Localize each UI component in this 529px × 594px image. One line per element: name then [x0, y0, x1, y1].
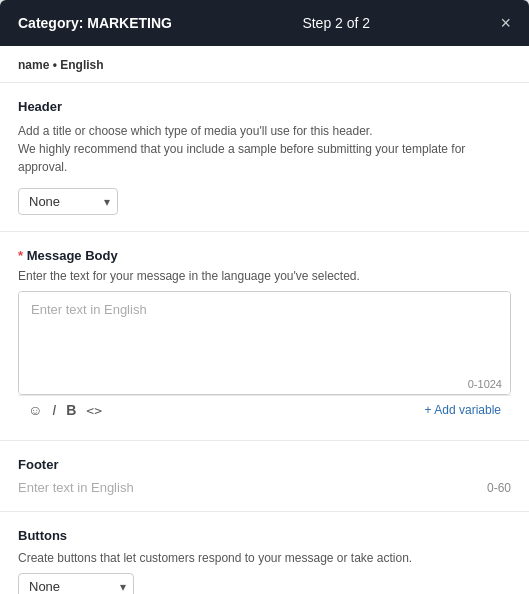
- emoji-icon[interactable]: ☺: [28, 402, 42, 418]
- message-body-title: Message Body: [18, 248, 511, 263]
- bold-icon[interactable]: B: [66, 402, 76, 418]
- header-section: Header Add a title or choose which type …: [0, 83, 529, 232]
- header-select-wrapper: None Text Image Video Document: [18, 188, 118, 215]
- footer-row: Enter text in English 0-60: [18, 480, 511, 495]
- modal-header: Category: MARKETING Step 2 of 2 ×: [0, 0, 529, 46]
- toolbar: ☺ I B <> + Add variable: [18, 395, 511, 424]
- header-title: Header: [18, 99, 511, 114]
- message-body-description: Enter the text for your message in the l…: [18, 269, 511, 283]
- message-body-textarea-wrapper: 0-1024: [18, 291, 511, 395]
- toolbar-left: ☺ I B <>: [28, 402, 102, 418]
- name-label: name • English: [0, 46, 529, 83]
- message-body-textarea[interactable]: [19, 292, 510, 372]
- header-description: Add a title or choose which type of medi…: [18, 122, 511, 176]
- modal-container: Category: MARKETING Step 2 of 2 × name •…: [0, 0, 529, 594]
- italic-icon[interactable]: I: [52, 402, 56, 418]
- footer-limit: 0-60: [487, 481, 511, 495]
- add-variable-button[interactable]: + Add variable: [425, 403, 501, 417]
- footer-section: Footer Enter text in English 0-60: [0, 441, 529, 512]
- code-icon[interactable]: <>: [86, 403, 102, 418]
- char-count: 0-1024: [19, 376, 510, 394]
- header-select[interactable]: None Text Image Video Document: [18, 188, 118, 215]
- modal-body: name • English Header Add a title or cho…: [0, 46, 529, 594]
- buttons-section: Buttons Create buttons that let customer…: [0, 512, 529, 594]
- buttons-select[interactable]: None Call to action Quick reply: [18, 573, 134, 594]
- footer-title: Footer: [18, 457, 511, 472]
- buttons-title: Buttons: [18, 528, 511, 543]
- buttons-select-wrapper: None Call to action Quick reply: [18, 573, 134, 594]
- modal-title: Category: MARKETING: [18, 15, 172, 31]
- close-button[interactable]: ×: [500, 14, 511, 32]
- footer-placeholder: Enter text in English: [18, 480, 134, 495]
- modal-step: Step 2 of 2: [302, 15, 370, 31]
- message-body-section: Message Body Enter the text for your mes…: [0, 232, 529, 441]
- buttons-description: Create buttons that let customers respon…: [18, 551, 511, 565]
